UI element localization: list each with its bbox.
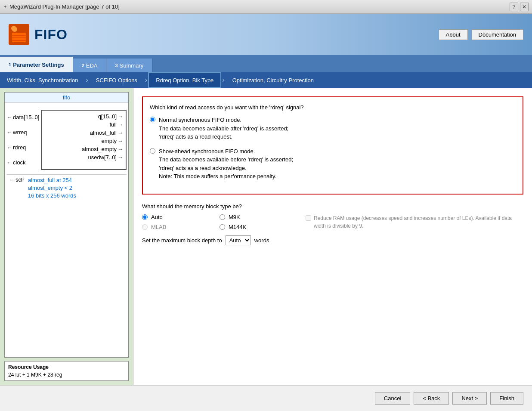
fifo-diagram-box: fifo ← data[15..0] ← wrreq bbox=[4, 92, 129, 358]
app-title: FIFO bbox=[34, 27, 68, 43]
output-full-label: full bbox=[109, 121, 117, 128]
rdreq-section: Which kind of read access do you want wi… bbox=[142, 96, 523, 195]
close-button[interactable]: ✕ bbox=[520, 3, 529, 11]
tabs-bar: 1 Parameter Settings 2 EDA 3 Summary bbox=[0, 55, 532, 72]
breadcrumb-width-clks[interactable]: Width, Clks, Synchronization bbox=[0, 72, 85, 88]
depth-select[interactable]: Auto 32 64 128 256 512 1024 bbox=[226, 235, 251, 245]
breadcrumb-arrow-2: › bbox=[145, 76, 147, 84]
memory-section: What should the memory block type be? Au… bbox=[142, 203, 523, 245]
svg-rect-3 bbox=[12, 33, 26, 42]
mem-option-m144k: M144K bbox=[220, 224, 297, 230]
help-button[interactable]: ? bbox=[510, 3, 518, 11]
output-usedw-label: usedw[7..0] bbox=[88, 154, 117, 161]
back-button[interactable]: < Back bbox=[414, 392, 449, 405]
mem-radio-m9k[interactable] bbox=[220, 214, 225, 220]
header: FIFO About Documentation bbox=[0, 14, 532, 55]
next-button[interactable]: Next > bbox=[452, 392, 487, 405]
breadcrumb-1-label: Width, Clks, Synchronization bbox=[7, 77, 78, 83]
memory-question: What should the memory block type be? bbox=[142, 203, 523, 210]
reduce-ram-checkbox[interactable] bbox=[306, 215, 311, 221]
logo-svg bbox=[9, 24, 29, 45]
finish-button[interactable]: Finish bbox=[490, 392, 523, 405]
resource-value: 24 lut + 1 M9K + 28 reg bbox=[8, 372, 125, 378]
arrow-ae-out: → bbox=[118, 146, 123, 152]
mem-label-m144k: M144K bbox=[229, 224, 246, 230]
window-title: MegaWizard Plug-In Manager [page 7 of 10… bbox=[9, 3, 120, 10]
documentation-button[interactable]: Documentation bbox=[471, 29, 523, 40]
rdreq-opt2-line2: The data becomes available before 'rdreq… bbox=[159, 156, 293, 163]
output-full: full → bbox=[43, 121, 125, 129]
rdreq-option-1: Normal synchronous FIFO mode. The data b… bbox=[150, 116, 516, 141]
fifo-note: almost_full at 254 almost_empty < 2 16 b… bbox=[28, 176, 76, 200]
output-almost-empty: almost_empty → bbox=[43, 145, 125, 153]
svg-point-2 bbox=[13, 28, 16, 31]
mem-radio-mlab[interactable] bbox=[142, 224, 148, 230]
header-left: FIFO bbox=[9, 24, 68, 45]
about-button[interactable]: About bbox=[439, 29, 468, 40]
signal-data: ← data[15..0] bbox=[6, 114, 39, 121]
cancel-button[interactable]: Cancel bbox=[375, 392, 410, 405]
title-bar-right: ? ✕ bbox=[510, 3, 529, 11]
signal-wrreq: ← wrreq bbox=[6, 129, 39, 136]
output-almost-full-label: almost_full bbox=[90, 130, 117, 136]
note-line1: almost_full at 254 bbox=[28, 176, 76, 184]
rdreq-radio-2[interactable] bbox=[150, 148, 155, 154]
rdreq-option-2: Show-ahead synchronous FIFO mode. The da… bbox=[150, 147, 516, 181]
signal-sclr: ← sclr bbox=[9, 176, 26, 183]
rdreq-radio-1[interactable] bbox=[150, 117, 155, 122]
tab3-number: 3 bbox=[115, 63, 118, 68]
arrow-usedw-out: → bbox=[118, 154, 123, 161]
footer: Cancel < Back Next > Finish bbox=[0, 385, 532, 411]
tab-summary[interactable]: 3 Summary bbox=[106, 59, 152, 72]
depth-label: Set the maximum block depth to bbox=[142, 237, 222, 244]
signal-sclr-label: sclr bbox=[15, 176, 24, 183]
depth-row: Set the maximum block depth to Auto 32 6… bbox=[142, 235, 523, 245]
right-panel: Which kind of read access do you want wi… bbox=[133, 88, 532, 385]
output-almost-full: almost_full → bbox=[43, 129, 125, 137]
signal-data-label: data[15..0] bbox=[13, 114, 39, 121]
rdreq-opt2-line3: 'rdreq' acts as a read acknowledge. bbox=[159, 165, 247, 171]
arrow-wrreq-in: ← bbox=[6, 129, 12, 136]
tab3-label: Summary bbox=[120, 62, 144, 69]
signal-clock-label: clock bbox=[13, 159, 26, 166]
breadcrumb-scfifo[interactable]: SCFIFO Options bbox=[89, 72, 144, 88]
breadcrumb-4-label: Optimization, Circuitry Protection bbox=[232, 77, 314, 83]
header-buttons: About Documentation bbox=[439, 29, 523, 40]
arrow-rdreq-in: ← bbox=[6, 144, 12, 151]
tab2-label: EDA bbox=[86, 62, 98, 69]
breadcrumb-optimization[interactable]: Optimization, Circuitry Protection bbox=[226, 72, 321, 88]
mem-radio-auto[interactable] bbox=[142, 214, 148, 220]
rdreq-opt1-line1: Normal synchronous FIFO mode. bbox=[159, 117, 241, 123]
mem-radio-m144k[interactable] bbox=[220, 224, 225, 230]
mem-label-mlab: MLAB bbox=[151, 224, 166, 230]
note-line3: 16 bits x 256 words bbox=[28, 192, 76, 200]
tab-eda[interactable]: 2 EDA bbox=[73, 59, 107, 72]
resource-usage-box: Resource Usage 24 lut + 1 M9K + 28 reg bbox=[4, 361, 129, 381]
breadcrumb-rdreq[interactable]: Rdreq Option, Blk Type bbox=[148, 72, 221, 88]
fifo-center-block: q[15..0] → full → almost_full → empty bbox=[41, 110, 127, 170]
output-empty: empty → bbox=[43, 137, 125, 145]
note-line2: almost_empty < 2 bbox=[28, 184, 76, 192]
arrow-data-in: ← bbox=[6, 114, 12, 121]
memory-note-text: Reduce RAM usage (decreases speed and in… bbox=[314, 214, 523, 230]
arrow-empty-out: → bbox=[118, 138, 123, 144]
breadcrumb-bar: Width, Clks, Synchronization › SCFIFO Op… bbox=[0, 72, 532, 88]
tab2-number: 2 bbox=[82, 63, 84, 68]
rdreq-opt1-line3: 'rdreq' acts as a read request. bbox=[159, 133, 232, 140]
mem-label-auto: Auto bbox=[151, 214, 163, 220]
breadcrumb-3-label: Rdreq Option, Blk Type bbox=[156, 77, 213, 83]
tab-parameter-settings[interactable]: 1 Parameter Settings bbox=[0, 57, 73, 72]
depth-suffix: words bbox=[254, 237, 269, 244]
output-q-label: q[15..0] bbox=[98, 113, 117, 120]
breadcrumb-arrow-3: › bbox=[222, 76, 224, 84]
reduce-ram-option: Reduce RAM usage (decreases speed and in… bbox=[306, 214, 523, 230]
app-logo bbox=[9, 24, 29, 45]
sidebar: fifo ← data[15..0] ← wrreq bbox=[0, 88, 133, 385]
mem-label-m9k: M9K bbox=[229, 214, 240, 220]
title-bar-left: ✦ MegaWizard Plug-In Manager [page 7 of … bbox=[3, 3, 120, 10]
rdreq-opt2-line1: Show-ahead synchronous FIFO mode. bbox=[159, 148, 255, 155]
signal-wrreq-label: wrreq bbox=[13, 129, 27, 136]
mem-option-auto: Auto bbox=[142, 214, 220, 220]
mem-option-m9k: M9K bbox=[220, 214, 297, 220]
arrow-q-out: → bbox=[118, 113, 123, 120]
